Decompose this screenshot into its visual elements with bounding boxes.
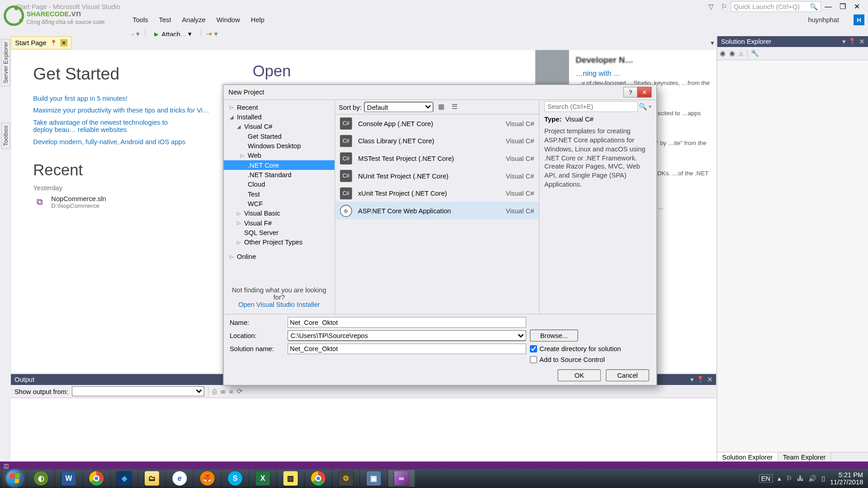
template-row[interactable]: C#NUnit Test Project (.NET Core)Visual C…	[335, 167, 539, 184]
link-item[interactable]: Maximize your productivity with these ti…	[33, 107, 209, 114]
toolbox-tab[interactable]: Toolbox	[1, 122, 10, 149]
tree-windows-desktop[interactable]: Windows Desktop	[224, 141, 335, 150]
link-item[interactable]: Build your first app in 5 minutes!	[33, 94, 209, 102]
template-row[interactable]: C#xUnit Test Project (.NET Core)Visual C…	[335, 184, 539, 202]
tree-vb[interactable]: ▷Visual Basic	[224, 208, 335, 218]
solution-name-input[interactable]	[288, 343, 526, 354]
tree-net-core[interactable]: .NET Core	[224, 160, 335, 170]
tray-chevron-icon[interactable]: ▴	[778, 474, 781, 482]
dialog-close-button[interactable]: ✕	[637, 87, 651, 98]
language-indicator[interactable]: EN	[759, 474, 773, 483]
test-icon: C#	[340, 169, 352, 182]
output-toolbar-icon[interactable]: ≡	[229, 388, 233, 395]
template-row[interactable]: C#MSTest Test Project (.NET Core)Visual …	[335, 150, 539, 167]
feedback-icon[interactable]: ⚐	[718, 1, 729, 12]
search-icon[interactable]: 🔍	[639, 103, 647, 110]
open-installer-link[interactable]: Open Visual Studio Installer	[226, 300, 332, 308]
forward-icon[interactable]: ◉	[729, 49, 735, 57]
tree-get-started[interactable]: Get Started	[224, 131, 335, 141]
tray-flag-icon[interactable]: ⚐	[786, 474, 792, 482]
link-item[interactable]: Take advantage of the newest technologie…	[33, 119, 178, 133]
view-icons-icon[interactable]: ▦	[436, 102, 447, 113]
tray-icon[interactable]: ▯	[821, 474, 825, 482]
tab-start-page[interactable]: Start Page 📍 ✕	[11, 36, 72, 49]
add-scc-checkbox[interactable]	[530, 356, 537, 363]
account-name[interactable]: huynhphat	[808, 15, 839, 24]
pin-icon[interactable]: 📍	[848, 38, 857, 45]
taskbar-app[interactable]: ▣	[360, 470, 387, 487]
ok-button[interactable]: OK	[557, 369, 601, 381]
location-select[interactable]: C:\Users\TP\Source\repos	[288, 330, 526, 341]
template-row[interactable]: C#Class Library (.NET Core)Visual C#	[335, 132, 539, 150]
panel-menu-icon[interactable]: ▾	[842, 38, 846, 45]
menu-analyze[interactable]: Analyze	[182, 15, 205, 24]
tree-other[interactable]: ▷Other Project Types	[224, 237, 335, 247]
panel-menu-icon[interactable]: ▾	[690, 375, 694, 383]
avatar[interactable]: H	[854, 14, 864, 25]
taskbar-vs[interactable]: ∞	[388, 470, 415, 487]
tree-net-standard[interactable]: .NET Standard	[224, 170, 335, 179]
tray-volume-icon[interactable]: 🔊	[808, 474, 817, 482]
restore-button[interactable]: ❐	[835, 0, 850, 13]
taskbar-ie[interactable]: e	[166, 470, 193, 487]
taskbar-clock[interactable]: 5:21 PM 11/27/2018	[830, 471, 863, 486]
close-icon[interactable]: ✕	[707, 375, 712, 383]
tree-wcf[interactable]: WCF	[224, 199, 335, 208]
taskbar-app[interactable]: ◆	[111, 470, 137, 487]
server-explorer-tab[interactable]: Server Explorer	[1, 38, 10, 86]
tab-close-icon[interactable]: ✕	[60, 39, 67, 47]
menu-test[interactable]: Test	[159, 15, 171, 24]
taskbar-skype[interactable]: S	[222, 470, 249, 487]
template-search-input[interactable]	[544, 101, 638, 112]
output-toolbar-icon[interactable]: ⎙	[212, 388, 217, 395]
tree-online[interactable]: ▷Online	[224, 252, 335, 261]
quick-launch-input[interactable]: Quick Launch (Ctrl+Q) 🔍	[731, 1, 821, 12]
close-button[interactable]: ✕	[850, 0, 864, 13]
tray-network-icon[interactable]: 🖧	[797, 475, 804, 482]
tree-recent[interactable]: ▷Recent	[224, 103, 335, 112]
taskbar-explorer[interactable]: 🗂	[139, 470, 165, 487]
taskbar-notes[interactable]: ▥	[277, 470, 304, 487]
taskbar-chrome[interactable]	[305, 470, 332, 487]
project-name-input[interactable]	[288, 317, 526, 328]
pin-icon[interactable]: 📍	[50, 40, 57, 46]
home-icon[interactable]: ⌂	[739, 50, 743, 57]
start-button[interactable]	[2, 470, 26, 487]
tree-cloud[interactable]: Cloud	[224, 179, 335, 189]
create-dir-checkbox[interactable]	[530, 345, 537, 352]
cancel-button[interactable]: Cancel	[606, 369, 649, 381]
output-source-select[interactable]	[72, 386, 204, 397]
menu-tools[interactable]: Tools	[132, 15, 148, 24]
taskbar-firefox[interactable]: 🦊	[194, 470, 221, 487]
taskbar-app[interactable]: ⚙	[333, 470, 359, 487]
wrench-icon[interactable]: 🔧	[751, 49, 760, 57]
close-icon[interactable]: ✕	[859, 38, 864, 45]
taskbar-chrome[interactable]	[83, 470, 110, 487]
tree-vfsharp[interactable]: ▷Visual F#	[224, 218, 335, 228]
recent-project[interactable]: ⧉ NopCommerce.sln D:\NopCommerce	[33, 195, 209, 209]
output-toolbar-icon[interactable]: ⟳	[237, 387, 242, 395]
taskbar-app[interactable]: ◐	[28, 470, 54, 487]
tree-vcsharp[interactable]: ◢Visual C#	[224, 122, 335, 131]
back-icon[interactable]: ◉	[720, 49, 726, 57]
menu-window[interactable]: Window	[217, 15, 240, 24]
notifications-icon[interactable]: ▽	[705, 1, 716, 12]
link-item[interactable]: Develop modern, fully-native, Android an…	[33, 138, 209, 145]
taskbar-word[interactable]: W	[56, 470, 82, 487]
view-list-icon[interactable]: ☰	[449, 102, 460, 113]
tree-test[interactable]: Test	[224, 189, 335, 199]
dialog-help-button[interactable]: ?	[623, 87, 638, 98]
tree-sql[interactable]: SQL Server	[224, 228, 335, 237]
template-row[interactable]: C#Console App (.NET Core)Visual C#	[335, 114, 539, 132]
template-row[interactable]: ⊕ASP.NET Core Web ApplicationVisual C#	[335, 202, 539, 220]
sort-by-select[interactable]: Default	[364, 102, 433, 112]
minimize-button[interactable]: —	[821, 0, 835, 13]
menu-help[interactable]: Help	[251, 15, 264, 24]
browse-button[interactable]: Browse...	[530, 329, 578, 342]
tree-web[interactable]: ▷Web	[224, 150, 335, 160]
pin-icon[interactable]: 📍	[696, 375, 705, 383]
output-toolbar-icon[interactable]: ≣	[220, 387, 226, 395]
tab-overflow-icon[interactable]: ▾	[708, 36, 717, 49]
tree-installed[interactable]: ◢Installed	[224, 112, 335, 122]
taskbar-excel[interactable]: X	[250, 470, 276, 487]
